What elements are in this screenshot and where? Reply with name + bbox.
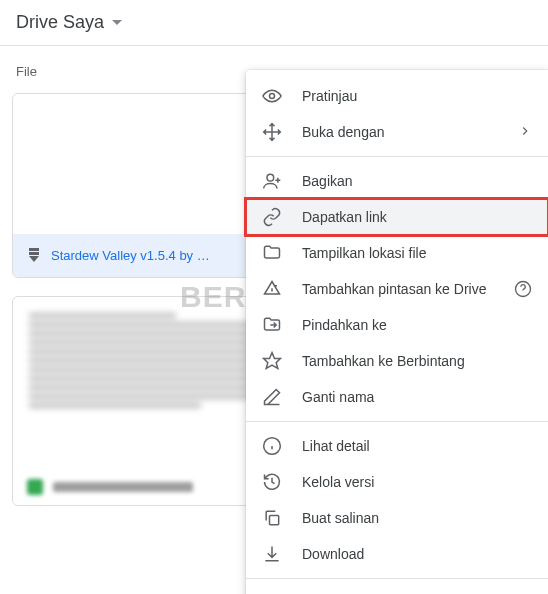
menu-get-link[interactable]: Dapatkan link xyxy=(246,199,548,235)
folder-move-icon xyxy=(262,315,282,335)
eye-icon xyxy=(262,86,282,106)
menu-label: Tambahkan ke Berbintang xyxy=(302,353,532,369)
menu-divider xyxy=(246,156,548,157)
menu-preview[interactable]: Pratinjau xyxy=(246,78,548,114)
menu-rename[interactable]: Ganti nama xyxy=(246,379,548,415)
star-icon xyxy=(262,351,282,371)
chevron-right-icon xyxy=(518,124,532,141)
menu-remove[interactable]: Hapus xyxy=(246,585,548,594)
menu-label: Buat salinan xyxy=(302,510,532,526)
svg-marker-6 xyxy=(264,353,281,369)
menu-move-to[interactable]: Pindahkan ke xyxy=(246,307,548,343)
chevron-down-icon xyxy=(112,20,122,25)
menu-label: Bagikan xyxy=(302,173,532,189)
menu-label: Buka dengan xyxy=(302,124,498,140)
menu-label: Download xyxy=(302,546,532,562)
zip-small-icon xyxy=(27,246,41,265)
menu-download[interactable]: Download xyxy=(246,536,548,572)
menu-add-starred[interactable]: Tambahkan ke Berbintang xyxy=(246,343,548,379)
drive-shortcut-icon xyxy=(262,279,282,299)
svg-rect-0 xyxy=(29,248,39,251)
svg-point-4 xyxy=(267,174,274,181)
copy-icon xyxy=(262,508,282,528)
history-icon xyxy=(262,472,282,492)
move-icon xyxy=(262,122,282,142)
drive-title: Drive Saya xyxy=(16,12,104,33)
doc-icon xyxy=(27,479,43,495)
menu-label: Dapatkan link xyxy=(302,209,532,225)
menu-label: Lihat detail xyxy=(302,438,532,454)
link-icon xyxy=(262,207,282,227)
context-menu: Pratinjau Buka dengan Bagikan Dapatkan l… xyxy=(246,70,548,594)
menu-make-copy[interactable]: Buat salinan xyxy=(246,500,548,536)
menu-label: Tambahkan pintasan ke Drive xyxy=(302,281,494,297)
blurred-filename xyxy=(53,482,193,492)
menu-manage-versions[interactable]: Kelola versi xyxy=(246,464,548,500)
menu-label: Pindahkan ke xyxy=(302,317,532,333)
menu-divider xyxy=(246,578,548,579)
folder-icon xyxy=(262,243,282,263)
breadcrumb[interactable]: Drive Saya xyxy=(0,0,548,45)
menu-divider xyxy=(246,421,548,422)
svg-point-3 xyxy=(270,94,275,99)
person-add-icon xyxy=(262,171,282,191)
file-name: Stardew Valley v1.5.4 by … xyxy=(51,248,210,263)
download-icon xyxy=(262,544,282,564)
pencil-icon xyxy=(262,387,282,407)
menu-label: Tampilkan lokasi file xyxy=(302,245,532,261)
menu-share[interactable]: Bagikan xyxy=(246,163,548,199)
info-icon xyxy=(262,436,282,456)
menu-add-shortcut[interactable]: Tambahkan pintasan ke Drive xyxy=(246,271,548,307)
menu-view-details[interactable]: Lihat detail xyxy=(246,428,548,464)
menu-label: Ganti nama xyxy=(302,389,532,405)
help-icon[interactable] xyxy=(514,280,532,298)
menu-open-with[interactable]: Buka dengan xyxy=(246,114,548,150)
svg-marker-2 xyxy=(29,256,39,262)
svg-rect-1 xyxy=(29,252,39,255)
svg-rect-10 xyxy=(270,516,279,525)
menu-label: Kelola versi xyxy=(302,474,532,490)
menu-show-location[interactable]: Tampilkan lokasi file xyxy=(246,235,548,271)
menu-label: Pratinjau xyxy=(302,88,532,104)
